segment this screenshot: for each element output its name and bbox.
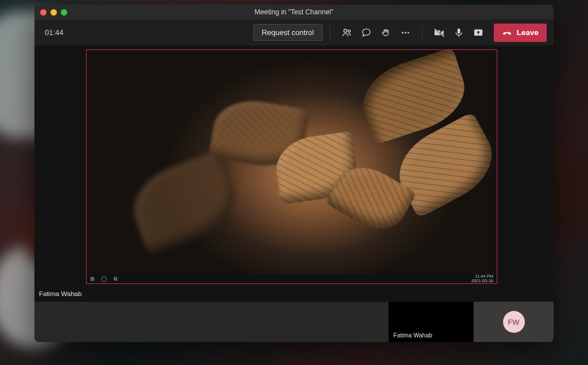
meeting-toolbar: 01:44 Request control Leave [34,20,554,46]
presenter-name-label: Fatima Wahab [39,290,82,297]
leave-button[interactable]: Leave [494,24,547,42]
more-actions-icon[interactable] [396,23,415,43]
svg-rect-7 [457,28,460,33]
microphone-icon[interactable] [449,23,469,43]
elapsed-timer: 01:44 [45,28,64,37]
share-screen-icon[interactable] [469,23,488,43]
chat-icon[interactable] [357,23,376,43]
avatar-initials: FW [508,318,519,326]
toolbar-divider [422,26,423,40]
camera-off-icon[interactable] [430,23,449,43]
toolbar-divider [330,26,330,40]
remote-taskbar: ⊞ ◯ ⧉ 11:44 PM 2021-03-16 [87,274,497,283]
svg-point-1 [348,30,350,32]
task-view-icon: ⧉ [114,276,117,282]
remote-start-icons: ⊞ ◯ ⧉ [90,276,122,282]
request-control-button[interactable]: Request control [253,24,323,41]
meeting-window: Meeting in "Test Channel" 01:44 Request … [34,5,554,342]
cortana-icon: ◯ [101,276,107,282]
shared-content-image [87,50,497,274]
participants-strip: Fatima Wahab FW [34,302,554,342]
svg-point-0 [344,29,347,32]
participant-thumbnail[interactable]: Fatima Wahab [388,302,473,342]
participant-name: Fatima Wahab [393,332,432,339]
participants-icon[interactable] [337,23,357,43]
window-title: Meeting in "Test Channel" [34,8,554,16]
self-view-cell[interactable]: FW [473,302,554,342]
meeting-stage: Fatima Wahab ⊞ ◯ ⧉ 11:44 PM 2021-03-16 [34,46,554,302]
hangup-icon [502,28,512,38]
reactions-icon[interactable] [376,23,396,43]
svg-point-2 [401,32,403,33]
self-avatar: FW [503,311,525,333]
svg-point-4 [407,32,409,33]
leave-button-label: Leave [517,28,539,37]
windows-start-icon: ⊞ [90,276,95,282]
titlebar: Meeting in "Test Channel" [34,5,554,20]
shared-screen-frame[interactable]: ⊞ ◯ ⧉ 11:44 PM 2021-03-16 [86,49,497,284]
remote-clock: 11:44 PM 2021-03-16 [471,274,493,283]
svg-point-3 [404,32,406,33]
